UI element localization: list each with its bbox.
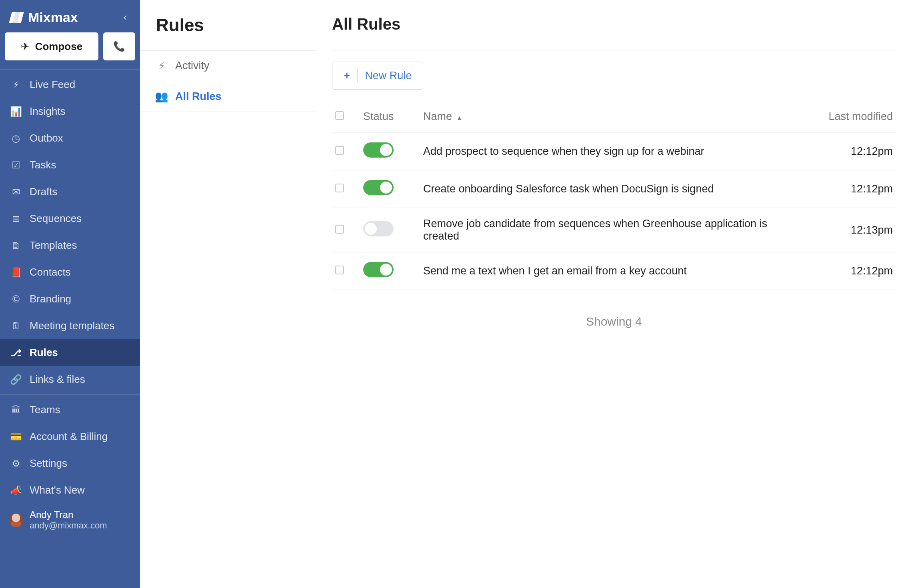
- showing-count: Showing 4: [332, 290, 896, 353]
- table-row[interactable]: Send me a text when I get an email from …: [332, 252, 896, 290]
- row-select-cell: [332, 208, 360, 252]
- book-icon: 📕: [10, 267, 22, 278]
- rule-last-modified: 12:13pm: [800, 208, 896, 252]
- divider: [0, 69, 140, 70]
- sidebar-item-sequences[interactable]: ≣Sequences: [0, 205, 140, 232]
- table-row[interactable]: Add prospect to sequence when they sign …: [332, 133, 896, 170]
- user-text: Andy Tran andy@mixmax.com: [30, 509, 107, 531]
- sidebar-item-drafts[interactable]: ✉Drafts: [0, 178, 140, 205]
- compose-button[interactable]: ✈ Compose: [5, 32, 98, 60]
- user-email: andy@mixmax.com: [30, 520, 107, 531]
- sidebar-item-label: Branding: [30, 293, 71, 305]
- table-row[interactable]: Remove job candidate from sequences when…: [332, 208, 896, 252]
- sidebar-item-meeting-templates[interactable]: 🗓Meeting templates: [0, 312, 140, 339]
- row-select-cell: [332, 170, 360, 208]
- sidebar-item-label: Meeting templates: [30, 320, 114, 332]
- sidebar-item-insights[interactable]: 📊Insights: [0, 98, 140, 125]
- toggle-knob: [380, 182, 392, 194]
- sidebar-item-label: Drafts: [30, 186, 57, 198]
- chart-icon: 📊: [10, 106, 22, 117]
- sidebar-item-settings[interactable]: ⚙Settings: [0, 450, 140, 477]
- stack-icon: ≣: [10, 213, 22, 224]
- row-checkbox[interactable]: [335, 225, 344, 234]
- clock-icon: ◷: [10, 133, 22, 144]
- brand-logo-icon: [10, 12, 23, 23]
- sidebar-item-label: Contacts: [30, 266, 71, 278]
- bolt-icon: ⚡: [156, 60, 167, 72]
- sidebar-item-tasks[interactable]: ☑Tasks: [0, 152, 140, 178]
- sidebar-item-label: Settings: [30, 457, 67, 470]
- sidebar-item-account-billing[interactable]: 💳Account & Billing: [0, 423, 140, 450]
- rule-name[interactable]: Remove job candidate from sequences when…: [420, 208, 800, 252]
- row-checkbox[interactable]: [335, 146, 344, 155]
- status-toggle[interactable]: [363, 180, 394, 195]
- gear-icon: ⚙: [10, 458, 22, 469]
- link-icon: 🔗: [10, 374, 22, 385]
- user-footer[interactable]: Andy Tran andy@mixmax.com: [0, 504, 140, 538]
- compose-row: ✈ Compose 📞: [0, 32, 140, 68]
- sidebar-item-contacts[interactable]: 📕Contacts: [0, 259, 140, 286]
- name-header[interactable]: Name ▴: [420, 101, 800, 133]
- toggle-knob: [380, 264, 392, 276]
- new-rule-label: New Rule: [365, 70, 412, 82]
- chevron-left-icon: ‹: [123, 11, 127, 23]
- sidebar-item-whats-new[interactable]: 📣What's New: [0, 477, 140, 504]
- megaphone-icon: 📣: [10, 485, 22, 496]
- toolbar: + New Rule: [332, 50, 896, 101]
- main-content: All Rules + New Rule Status Name ▴ Last …: [316, 0, 920, 588]
- status-toggle[interactable]: [363, 262, 394, 277]
- plus-icon: +: [344, 69, 358, 82]
- sidebar-item-links-files[interactable]: 🔗Links & files: [0, 366, 140, 393]
- rule-name[interactable]: Add prospect to sequence when they sign …: [420, 133, 800, 170]
- row-status-cell: [360, 170, 420, 208]
- sidebar-header: Mixmax ‹: [0, 0, 140, 32]
- sidebar-item-label: Rules: [30, 346, 58, 359]
- rule-last-modified: 12:12pm: [800, 252, 896, 290]
- sub-item-all-rules[interactable]: 👥All Rules: [140, 81, 316, 112]
- compose-label: Compose: [35, 40, 82, 53]
- sidebar-item-rules[interactable]: ⎇Rules: [0, 339, 140, 366]
- sidebar-item-outbox[interactable]: ◷Outbox: [0, 125, 140, 152]
- table-header-row: Status Name ▴ Last modified: [332, 101, 896, 133]
- paperplane-icon: ✈: [21, 40, 30, 52]
- sidebar-item-branding[interactable]: ©Branding: [0, 286, 140, 312]
- table-row[interactable]: Create onboarding Salesforce task when D…: [332, 170, 896, 208]
- collapse-sidebar-button[interactable]: ‹: [120, 10, 130, 25]
- envelope-icon: ✉: [10, 186, 22, 198]
- file-icon: 🗎: [10, 240, 22, 251]
- sub-panel-title: Rules: [140, 15, 316, 50]
- row-status-cell: [360, 252, 420, 290]
- status-header[interactable]: Status: [360, 101, 420, 133]
- call-button[interactable]: 📞: [103, 32, 135, 60]
- new-rule-button[interactable]: + New Rule: [332, 62, 423, 90]
- sub-panel-list: ⚡Activity👥All Rules: [140, 50, 316, 112]
- row-checkbox[interactable]: [335, 184, 344, 192]
- building-icon: 🏛: [10, 404, 22, 416]
- page-title: All Rules: [332, 15, 896, 50]
- sidebar-item-live-feed[interactable]: ⚡Live Feed: [0, 71, 140, 98]
- name-header-label: Name: [423, 110, 452, 122]
- nav-list-secondary: 🏛Teams💳Account & Billing⚙Settings📣What's…: [0, 396, 140, 504]
- status-toggle[interactable]: [363, 142, 394, 158]
- branch-icon: ⎇: [10, 347, 22, 358]
- rules-table: Status Name ▴ Last modified Add prospect…: [332, 101, 896, 290]
- rule-name[interactable]: Create onboarding Salesforce task when D…: [420, 170, 800, 208]
- row-status-cell: [360, 133, 420, 170]
- check-icon: ☑: [10, 160, 22, 171]
- last-modified-header[interactable]: Last modified: [800, 101, 896, 133]
- bolt-icon: ⚡: [10, 79, 22, 90]
- sidebar-item-templates[interactable]: 🗎Templates: [0, 232, 140, 259]
- sub-item-activity[interactable]: ⚡Activity: [140, 50, 316, 81]
- row-select-cell: [332, 133, 360, 170]
- status-toggle[interactable]: [363, 221, 394, 236]
- row-checkbox[interactable]: [335, 266, 344, 274]
- nav-list-primary: ⚡Live Feed📊Insights◷Outbox☑Tasks✉Drafts≣…: [0, 71, 140, 393]
- sidebar-item-teams[interactable]: 🏛Teams: [0, 396, 140, 423]
- select-all-checkbox[interactable]: [335, 111, 344, 120]
- brand[interactable]: Mixmax: [10, 10, 78, 25]
- sidebar-item-label: Account & Billing: [30, 430, 108, 443]
- sub-panel: Rules ⚡Activity👥All Rules: [140, 0, 316, 588]
- sidebar-item-label: Links & files: [30, 373, 85, 386]
- calendar-icon: 🗓: [10, 320, 22, 332]
- rule-name[interactable]: Send me a text when I get an email from …: [420, 252, 800, 290]
